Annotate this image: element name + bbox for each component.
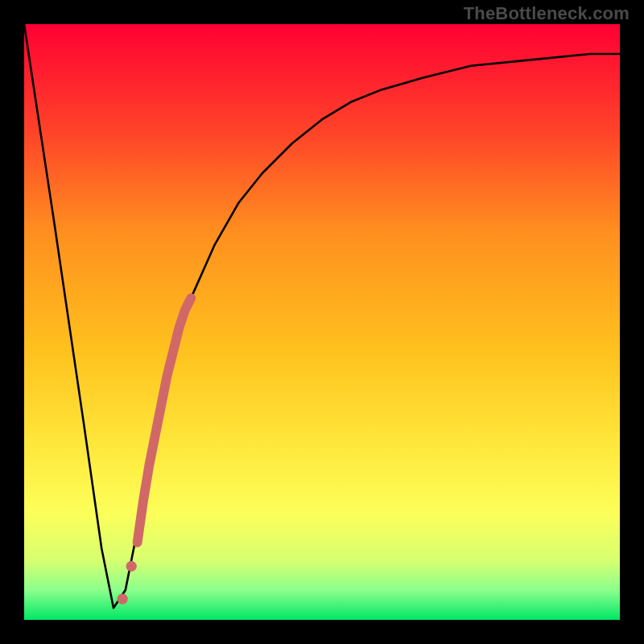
bottleneck-plot [24,24,620,620]
accent-dot [126,561,137,572]
chart-frame: TheBottleneck.com [0,0,644,644]
watermark-label: TheBottleneck.com [464,3,630,24]
accent-dot [117,593,127,604]
gradient-background [24,24,620,620]
